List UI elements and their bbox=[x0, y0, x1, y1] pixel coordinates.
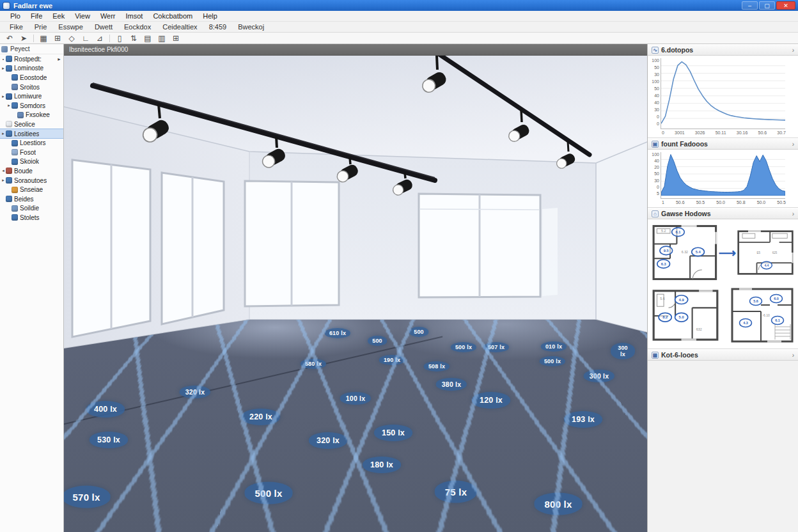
sidebar-item-rostpedt-[interactable]: •Rostpedt:► bbox=[0, 54, 63, 64]
chevron-right-icon[interactable]: › bbox=[792, 210, 794, 217]
sidebar-item-soildie[interactable]: Soildie bbox=[0, 204, 63, 214]
menu-item-8-459[interactable]: 8:459 bbox=[203, 23, 233, 31]
panel-header-histogram[interactable]: ▣ fount Fadooos › bbox=[648, 138, 798, 150]
menu-item-cokcbatbom[interactable]: Cokcbatbom bbox=[148, 12, 198, 20]
floorplan-thumbnail-2[interactable]: 4.4E5625 bbox=[737, 228, 794, 278]
panel-header-distribution[interactable]: ∿ 6.dotopos › bbox=[648, 44, 798, 56]
floorplan-room-label: 5.6 bbox=[660, 297, 664, 301]
sidebar-item-lomiwure[interactable]: ▸Lomiwure bbox=[0, 91, 63, 101]
minimize-button[interactable]: – bbox=[742, 1, 758, 10]
sidebar-item-seolice[interactable]: Seolice bbox=[0, 120, 63, 129]
floorplan-thumbnail-1[interactable]: 6.19.55.46.35.26.32 bbox=[652, 223, 718, 282]
illuminance-reading: 75 lx bbox=[435, 481, 477, 503]
menu-item-ceidealtiex[interactable]: Ceidealtiex bbox=[157, 23, 203, 31]
sidebar-item-boude[interactable]: ◂Boude bbox=[0, 166, 63, 176]
panel-header-notes[interactable]: ▦ Kot-6-looes › bbox=[648, 349, 798, 361]
grid-icon[interactable]: ▦ bbox=[36, 33, 51, 43]
sidebar-item-loestiors[interactable]: Loestiors bbox=[0, 138, 63, 148]
notes-panel-body bbox=[648, 361, 798, 532]
tick-label: 0 bbox=[657, 114, 659, 119]
undo-icon[interactable]: ↶ bbox=[3, 33, 17, 43]
panel-title: 6.dotopos bbox=[661, 46, 693, 54]
scene-3d[interactable]: 610 lx500500500 lx507 lx010 lx300 lx190 … bbox=[64, 56, 647, 532]
measure-icon[interactable]: ⊞ bbox=[51, 33, 65, 43]
window-title: Fadlarr ewe bbox=[13, 2, 52, 10]
tree-expander-icon[interactable]: ▸ bbox=[1, 66, 6, 71]
tree-expander-icon[interactable]: ▸ bbox=[1, 94, 6, 99]
svg-text:6.1: 6.1 bbox=[676, 230, 681, 234]
chevron-right-icon[interactable]: › bbox=[792, 47, 794, 54]
maximize-button[interactable]: ▢ bbox=[759, 1, 775, 10]
tick-label: 50.5 bbox=[777, 200, 786, 206]
sidebar-item-fosot[interactable]: Fosot bbox=[0, 148, 63, 157]
sidebar-item-lominoste[interactable]: ▸Lominoste bbox=[0, 64, 63, 74]
measurement-badge: 5.0 bbox=[675, 313, 688, 322]
illuminance-reading: 500 lx bbox=[540, 356, 565, 366]
floorplan-thumbnail-3[interactable]: 4.98.25.05.6632 bbox=[652, 288, 719, 342]
menu-item-esswpe[interactable]: Esswpe bbox=[52, 23, 89, 31]
tick-label: 40 bbox=[654, 159, 659, 163]
sidebar-item-skoiok[interactable]: Skoiok bbox=[0, 157, 63, 167]
sidebar-item-sroitos[interactable]: Sroitos bbox=[0, 82, 63, 92]
tree-expander-icon[interactable]: ▸ bbox=[6, 103, 12, 108]
panel-header-floorplans[interactable]: ⌂ Gawse Hodows › bbox=[648, 208, 798, 219]
menu-item-imsot[interactable]: Imsot bbox=[121, 12, 148, 20]
clipboard-icon[interactable]: ▯ bbox=[113, 33, 127, 43]
sidebar-item-soraoutoes[interactable]: ▸Soraoutoes bbox=[0, 176, 63, 185]
sidebar-item-fxsokee[interactable]: Fxsokee bbox=[0, 111, 63, 120]
close-button[interactable]: ✕ bbox=[776, 1, 795, 10]
cells-icon[interactable]: ▥ bbox=[155, 33, 169, 43]
tree-expander-icon[interactable]: ▸ bbox=[1, 131, 6, 136]
menu-item-view[interactable]: View bbox=[70, 12, 95, 20]
tick-label: 50.8 bbox=[737, 200, 746, 206]
chevron-right-icon[interactable]: › bbox=[792, 352, 794, 359]
toolbar-separator bbox=[109, 35, 110, 42]
tick-label: 50.0 bbox=[757, 200, 766, 206]
tree-item-label: Sroitos bbox=[20, 84, 40, 91]
svg-text:6.1: 6.1 bbox=[775, 318, 780, 322]
measurement-badge: 8.2 bbox=[659, 313, 671, 322]
illuminance-reading: 580 lx bbox=[301, 359, 326, 369]
sidebar-item-beides[interactable]: Beides bbox=[0, 194, 63, 204]
sidebar-item-stolets[interactable]: Stolets bbox=[0, 213, 63, 223]
chart2-y-axis: 1004020503005 bbox=[649, 152, 661, 196]
menu-item-fike[interactable]: Fike bbox=[4, 23, 29, 31]
window-grid-icon[interactable]: ⊞ bbox=[169, 33, 183, 43]
menu-item-plo[interactable]: Plo bbox=[5, 12, 26, 20]
results-panel: ∿ 6.dotopos › 10050301005040403000 03001… bbox=[647, 44, 798, 532]
floorplan-room-label: 5.2 bbox=[661, 229, 666, 233]
sidebar-item-snseiae[interactable]: Snseiae bbox=[0, 185, 63, 194]
tree-item-label: Stolets bbox=[20, 214, 40, 221]
chevron-right-icon[interactable]: › bbox=[792, 141, 794, 148]
svg-text:8.2: 8.2 bbox=[662, 315, 668, 319]
polygon-icon[interactable]: ◇ bbox=[65, 33, 79, 43]
menu-item-bweckoj[interactable]: Bweckoj bbox=[232, 23, 270, 31]
pointer-icon[interactable]: ➤ bbox=[17, 33, 31, 43]
floorplan-thumbnail-4[interactable]: 5.66.04.36.1-6.10 bbox=[730, 287, 794, 343]
tree-expander-icon[interactable]: ◂ bbox=[1, 168, 6, 173]
tick-label: 30 bbox=[654, 107, 659, 112]
menu-item-werr[interactable]: Werr bbox=[95, 12, 121, 20]
menu-item-prie[interactable]: Prie bbox=[29, 23, 53, 31]
luminaire-icon[interactable]: ∟ bbox=[79, 33, 93, 43]
arrow-right-icon: ⟶ bbox=[718, 246, 737, 260]
tree-expander-icon[interactable]: • bbox=[1, 57, 6, 61]
menu-item-help[interactable]: Help bbox=[198, 12, 223, 20]
menu-item-fife[interactable]: Fife bbox=[26, 12, 47, 20]
toolbar-separator bbox=[33, 35, 34, 42]
menu-item-eek[interactable]: Eek bbox=[47, 12, 70, 20]
tick-label: 50.6 bbox=[676, 200, 685, 206]
columns-icon[interactable]: ⇅ bbox=[127, 33, 141, 43]
tree-item-label: Lositiees bbox=[14, 130, 39, 137]
menu-item-eockdox[interactable]: Eockdox bbox=[118, 23, 157, 31]
sidebar-item-lositiees[interactable]: ▸Lositiees bbox=[0, 129, 63, 139]
tick-label: 0 bbox=[657, 185, 659, 189]
sidebar-item-eoostode[interactable]: Eoostode bbox=[0, 73, 63, 82]
tree-expander-icon[interactable]: ▸ bbox=[1, 178, 6, 183]
sidebar-item-somdors[interactable]: ▸Somdors bbox=[0, 101, 63, 111]
tree-item-icon bbox=[12, 102, 18, 109]
table-icon[interactable]: ▤ bbox=[141, 33, 155, 43]
tree-item-arrow-icon[interactable]: ► bbox=[57, 57, 63, 61]
chart-icon[interactable]: ⊿ bbox=[93, 33, 107, 43]
menu-item-dwett[interactable]: Dwett bbox=[89, 23, 118, 31]
